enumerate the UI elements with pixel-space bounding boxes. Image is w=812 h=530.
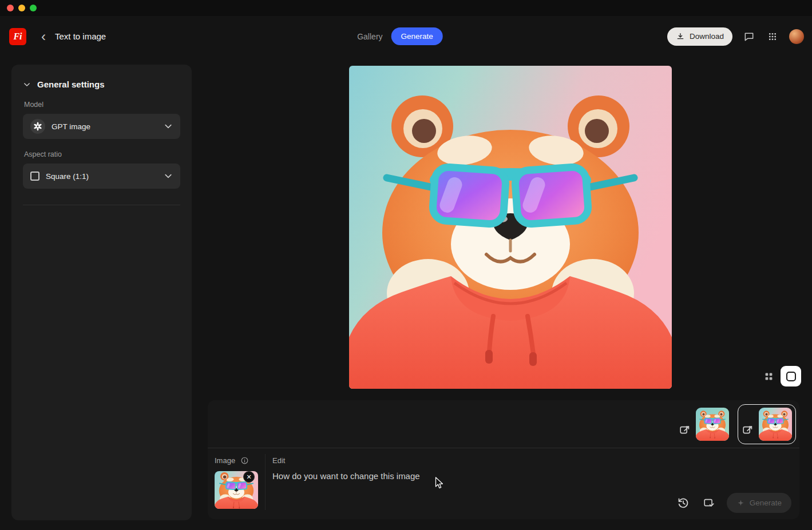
reference-image-thumbnail[interactable]: ✕	[215, 471, 258, 509]
zoom-window-button[interactable]	[30, 5, 37, 11]
chevron-down-icon	[164, 172, 173, 181]
view-mode-toggles	[759, 366, 801, 386]
model-label: Model	[24, 101, 179, 109]
reference-image-column: Image ✕	[215, 456, 258, 509]
openai-logo-icon	[30, 119, 45, 134]
prompt-actions: Generate	[675, 493, 791, 513]
aspect-ratio-label: Aspect ratio	[24, 150, 179, 158]
generation-filmstrip	[208, 400, 799, 448]
generate-button-disabled[interactable]: Generate	[727, 493, 791, 513]
chevron-down-icon	[23, 81, 31, 89]
page-title: Text to image	[55, 31, 106, 41]
image-label: Image	[215, 456, 235, 465]
sidebar-divider	[23, 205, 180, 205]
download-icon	[676, 32, 685, 41]
red-panda-image	[349, 66, 672, 389]
minimize-window-button[interactable]	[18, 5, 25, 11]
aspect-ratio-dropdown[interactable]: Square (1:1)	[23, 164, 180, 189]
back-button[interactable]: ‹	[41, 31, 46, 42]
apps-grid-icon[interactable]	[766, 30, 779, 43]
history-icon[interactable]	[675, 495, 691, 511]
tab-generate[interactable]: Generate	[391, 27, 443, 45]
feedback-chat-icon[interactable]	[742, 30, 756, 43]
model-value: GPT image	[52, 122, 90, 131]
user-avatar[interactable]	[789, 29, 804, 44]
sparkle-icon	[736, 499, 745, 507]
square-ratio-icon	[30, 172, 39, 181]
generated-image[interactable]	[349, 66, 672, 389]
single-view-icon[interactable]	[781, 366, 801, 386]
grid-view-icon[interactable]	[759, 366, 778, 386]
tab-gallery[interactable]: Gallery	[357, 32, 382, 41]
image-check-icon[interactable]	[701, 495, 717, 511]
aspect-ratio-value: Square (1:1)	[46, 172, 89, 181]
app-header: Fi ‹ Text to image Gallery Generate Down…	[0, 16, 812, 57]
prompt-input[interactable]	[272, 471, 662, 481]
edit-column: Edit	[272, 456, 662, 481]
generation-item[interactable]	[675, 404, 733, 444]
reuse-image-icon[interactable]	[742, 424, 754, 437]
settings-panel: General settings Model GPT image Aspect …	[11, 65, 192, 520]
general-settings-title: General settings	[37, 79, 105, 89]
generation-thumbnail[interactable]	[696, 408, 729, 441]
chevron-left-icon: ‹	[41, 29, 46, 44]
firefly-logo[interactable]: Fi	[9, 28, 26, 45]
mode-switcher: Gallery Generate	[357, 27, 443, 45]
edit-label: Edit	[272, 456, 285, 465]
close-icon: ✕	[246, 473, 251, 481]
generation-item-selected[interactable]	[738, 404, 796, 444]
model-dropdown[interactable]: GPT image	[23, 114, 180, 139]
remove-image-button[interactable]: ✕	[243, 471, 255, 483]
prompt-row: Image ✕ Edit	[208, 448, 799, 519]
generation-thumbnail[interactable]	[759, 408, 792, 441]
close-window-button[interactable]	[7, 5, 14, 11]
download-label: Download	[690, 32, 724, 41]
firefly-logo-text: Fi	[13, 31, 22, 42]
generate-disabled-label: Generate	[750, 499, 782, 507]
header-actions: Download	[667, 27, 804, 46]
single-view-glyph	[786, 372, 796, 381]
prompt-panel: Image ✕ Edit	[208, 400, 799, 519]
info-icon[interactable]	[240, 456, 249, 465]
chevron-down-icon	[164, 122, 173, 131]
general-settings-header[interactable]: General settings	[23, 79, 180, 89]
reuse-image-icon[interactable]	[679, 424, 691, 437]
download-button[interactable]: Download	[667, 27, 732, 46]
macos-titlebar	[0, 0, 812, 16]
prompt-divider	[265, 454, 266, 510]
